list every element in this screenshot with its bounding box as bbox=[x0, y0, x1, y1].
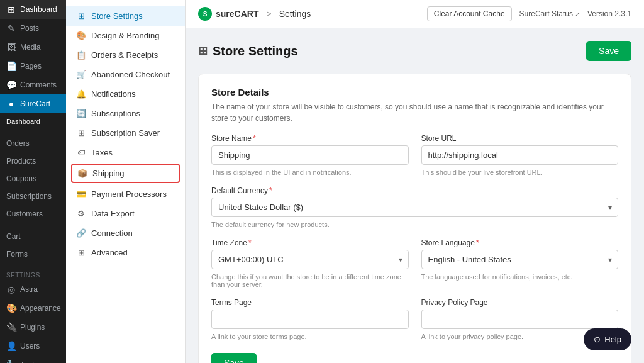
sidebar-item-comments[interactable]: 💬 Comments bbox=[0, 75, 66, 94]
pages-icon: 📄 bbox=[6, 61, 16, 71]
help-button[interactable]: ⊙ Help bbox=[584, 328, 631, 350]
timezone-hint: Change this if you want the store to be … bbox=[211, 273, 409, 288]
store-details-title: Store Details bbox=[211, 87, 618, 98]
privacy-policy-input[interactable] bbox=[421, 310, 619, 329]
dashboard-icon: ⊞ bbox=[6, 4, 16, 14]
sidebar-item-coupons[interactable]: Coupons bbox=[0, 170, 66, 187]
top-bar: S sureCART > Settings Clear Account Cach… bbox=[186, 0, 644, 28]
save-button-top[interactable]: Save bbox=[586, 41, 631, 61]
terms-page-group: Terms Page A link to your store terms pa… bbox=[211, 298, 409, 340]
subscription-saver-icon: ⊞ bbox=[76, 128, 86, 138]
sidebar-item-media[interactable]: 🖼 Media bbox=[0, 38, 66, 57]
wp-sidebar: ⊞ Dashboard ✎ Posts 🖼 Media 📄 Pages 💬 Co… bbox=[0, 0, 66, 363]
top-bar-left: S sureCART > Settings bbox=[198, 7, 311, 21]
help-icon: ⊙ bbox=[594, 335, 601, 344]
breadcrumb-arrow: > bbox=[266, 9, 271, 19]
design-branding-icon: 🎨 bbox=[76, 31, 86, 40]
taxes-icon: 🏷 bbox=[76, 148, 86, 157]
data-export-icon: ⚙ bbox=[76, 209, 86, 218]
sc-sidebar-item-payment-processors[interactable]: 💳 Payment Processors bbox=[66, 184, 185, 204]
timezone-select[interactable]: GMT+00:00) UTC bbox=[211, 250, 409, 269]
breadcrumb-current: Settings bbox=[279, 9, 311, 19]
sidebar-item-plugins[interactable]: 🔌 Plugins bbox=[0, 318, 66, 337]
terms-page-hint: A link to your store terms page. bbox=[211, 333, 409, 340]
users-icon: 👤 bbox=[6, 341, 16, 351]
surecart-icon: ● bbox=[6, 99, 16, 109]
main-content: S sureCART > Settings Clear Account Cach… bbox=[186, 0, 644, 363]
store-name-hint: This is displayed in the UI and in notif… bbox=[211, 169, 409, 176]
currency-select[interactable]: United States Dollar ($) bbox=[211, 198, 618, 217]
notifications-icon: 🔔 bbox=[76, 89, 86, 99]
sc-sidebar-item-data-export[interactable]: ⚙ Data Export bbox=[66, 204, 185, 223]
sidebar-item-astra[interactable]: ◎ Astra bbox=[0, 280, 66, 299]
version-badge: Version 2.3.1 bbox=[587, 9, 631, 18]
timezone-required: * bbox=[248, 238, 252, 247]
currency-hint: The default currency for new products. bbox=[211, 221, 618, 228]
store-url-hint: This should be your live storefront URL. bbox=[421, 169, 619, 176]
sidebar-item-subscriptions[interactable]: Subscriptions bbox=[0, 187, 66, 205]
sidebar-item-cart[interactable]: Cart bbox=[0, 228, 66, 245]
sc-sidebar-item-abandoned-checkout[interactable]: 🛒 Abandoned Checkout bbox=[66, 65, 185, 84]
subscriptions-icon: 🔄 bbox=[76, 109, 86, 118]
store-details-description: The name of your store will be visible t… bbox=[211, 101, 618, 124]
sidebar-item-pages[interactable]: 📄 Pages bbox=[0, 57, 66, 75]
top-bar-right: Clear Account Cache SureCart Status ↗ Ve… bbox=[427, 6, 631, 21]
sidebar-item-forms[interactable]: Forms bbox=[0, 245, 66, 263]
orders-receipts-icon: 📋 bbox=[76, 50, 86, 60]
sc-sidebar-item-shipping[interactable]: 📦 Shipping bbox=[71, 164, 180, 183]
settings-section-label: Settings bbox=[0, 268, 66, 280]
help-button-label: Help bbox=[604, 335, 621, 344]
sidebar-item-users[interactable]: 👤 Users bbox=[0, 337, 66, 355]
sidebar-item-sc-dashboard[interactable]: Dashboard bbox=[0, 113, 66, 130]
store-url-group: Store URL This should be your live store… bbox=[421, 134, 619, 176]
astra-icon: ◎ bbox=[6, 284, 16, 294]
sc-sidebar-item-design-branding[interactable]: 🎨 Design & Branding bbox=[66, 26, 185, 45]
terms-page-input[interactable] bbox=[211, 310, 409, 329]
sidebar-item-dashboard[interactable]: ⊞ Dashboard bbox=[0, 0, 66, 19]
sc-sidebar-item-orders-receipts[interactable]: 📋 Orders & Receipts bbox=[66, 45, 185, 65]
form-row-tz-lang: Time Zone * GMT+00:00) UTC Change this i… bbox=[211, 238, 618, 288]
sidebar-item-tools[interactable]: 🔧 Tools bbox=[0, 355, 66, 363]
store-settings-icon: ⊞ bbox=[76, 11, 86, 21]
store-url-input[interactable] bbox=[421, 145, 619, 165]
language-hint: The language used for notifications, inv… bbox=[421, 273, 619, 281]
language-select-wrapper: English - United States bbox=[421, 250, 619, 269]
language-select[interactable]: English - United States bbox=[421, 250, 619, 269]
sc-sidebar-item-subscriptions[interactable]: 🔄 Subscriptions bbox=[66, 104, 185, 123]
connection-icon: 🔗 bbox=[76, 228, 86, 238]
store-details-card: Store Details The name of your store wil… bbox=[198, 74, 631, 363]
privacy-policy-label: Privacy Policy Page bbox=[421, 298, 619, 307]
app-name: sureCART bbox=[216, 9, 258, 19]
sc-sidebar-item-connection[interactable]: 🔗 Connection bbox=[66, 223, 185, 243]
store-url-label: Store URL bbox=[421, 134, 619, 143]
sidebar-item-products[interactable]: Products bbox=[0, 152, 66, 170]
store-name-label: Store Name * bbox=[211, 134, 409, 143]
sidebar-item-posts[interactable]: ✎ Posts bbox=[0, 19, 66, 38]
advanced-icon: ⊞ bbox=[76, 248, 86, 257]
currency-required: * bbox=[269, 186, 272, 195]
language-group: Store Language * English - United States… bbox=[421, 238, 619, 288]
sidebar-item-customers[interactable]: Customers bbox=[0, 205, 66, 223]
sidebar-item-surecart[interactable]: ● SureCart bbox=[0, 94, 66, 113]
appearance-icon: 🎨 bbox=[6, 303, 16, 313]
language-label: Store Language * bbox=[421, 238, 619, 247]
abandoned-checkout-icon: 🛒 bbox=[76, 70, 86, 79]
sc-sidebar-item-subscription-saver[interactable]: ⊞ Subscription Saver bbox=[66, 123, 185, 143]
payment-processors-icon: 💳 bbox=[76, 189, 86, 199]
clear-cache-button[interactable]: Clear Account Cache bbox=[427, 6, 512, 21]
page-title-icon: ⊞ bbox=[198, 44, 208, 58]
sidebar-item-orders[interactable]: Orders bbox=[0, 135, 66, 152]
sc-sidebar-item-store-settings[interactable]: ⊞ Store Settings bbox=[66, 6, 185, 26]
logo-icon: S bbox=[198, 7, 212, 21]
sidebar-item-appearance[interactable]: 🎨 Appearance bbox=[0, 299, 66, 318]
store-name-input[interactable] bbox=[211, 145, 409, 165]
surecart-status-link[interactable]: SureCart Status ↗ bbox=[519, 9, 580, 18]
sc-sidebar-item-advanced[interactable]: ⊞ Advanced bbox=[66, 243, 185, 262]
currency-label: Default Currency * bbox=[211, 186, 618, 195]
save-button-bottom[interactable]: Save bbox=[211, 353, 257, 363]
shipping-icon: 📦 bbox=[77, 169, 87, 178]
external-link-icon: ↗ bbox=[575, 11, 580, 18]
terms-page-label: Terms Page bbox=[211, 298, 409, 307]
sc-sidebar-item-taxes[interactable]: 🏷 Taxes bbox=[66, 143, 185, 162]
sc-sidebar-item-notifications[interactable]: 🔔 Notifications bbox=[66, 84, 185, 104]
